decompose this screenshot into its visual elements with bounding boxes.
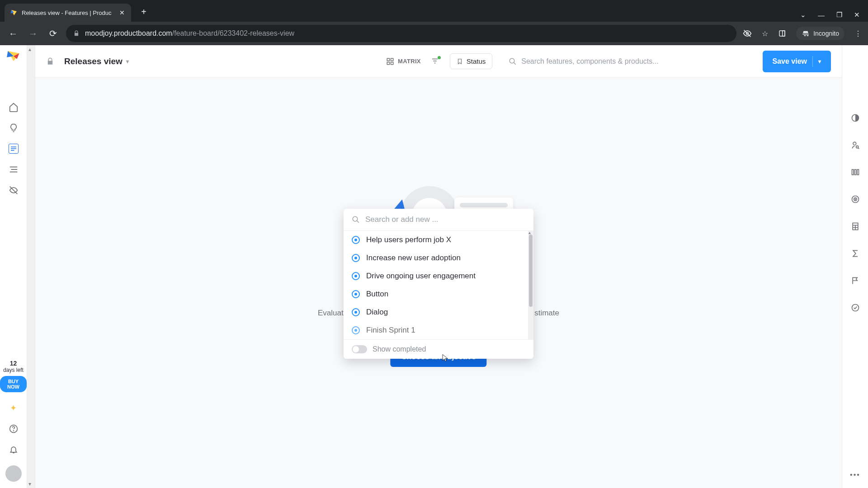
search-placeholder: Search features, components & products..… xyxy=(521,57,658,66)
window-minimize-icon[interactable]: — xyxy=(818,11,825,19)
show-completed-label: Show completed xyxy=(373,345,426,353)
svg-rect-35 xyxy=(857,169,859,175)
browser-tabstrip: Releases view - Features | Produc ✕ + ⌄ … xyxy=(0,0,868,22)
filter-icon[interactable] xyxy=(431,57,440,66)
objective-option[interactable]: Button xyxy=(344,285,533,303)
features-icon[interactable] xyxy=(9,144,19,154)
home-icon[interactable] xyxy=(9,102,19,112)
svg-rect-18 xyxy=(387,58,389,61)
popover-search-input[interactable] xyxy=(365,215,525,224)
flag-icon[interactable] xyxy=(850,276,860,286)
address-bar[interactable]: moodjoy.productboard.com/feature-board/6… xyxy=(66,25,736,42)
portal-icon[interactable] xyxy=(9,185,19,195)
search-icon xyxy=(509,57,517,66)
svg-point-25 xyxy=(510,58,515,63)
roadmap-icon[interactable] xyxy=(9,164,19,174)
show-completed-toggle[interactable] xyxy=(352,345,367,353)
svg-rect-33 xyxy=(852,169,853,175)
scrollbar[interactable]: ▴ ▾ xyxy=(27,45,35,488)
bookmark-icon xyxy=(457,58,463,65)
left-rail: 12 days left BUY NOW ✦ xyxy=(0,45,27,488)
tab-favicon-icon xyxy=(10,9,18,17)
segments-icon[interactable] xyxy=(850,167,860,177)
svg-line-26 xyxy=(514,62,516,65)
popover-footer: Show completed xyxy=(344,339,533,359)
tab-search-icon[interactable]: ⌄ xyxy=(800,11,806,19)
bell-icon[interactable] xyxy=(9,445,19,455)
scroll-up-icon[interactable]: ▴ xyxy=(28,46,31,52)
target-icon[interactable] xyxy=(850,194,860,204)
scroll-down-icon[interactable]: ▾ xyxy=(28,481,31,487)
avatar[interactable] xyxy=(5,465,22,482)
back-button[interactable]: ← xyxy=(6,28,20,39)
svg-point-38 xyxy=(855,199,856,200)
new-tab-button[interactable]: + xyxy=(137,7,150,17)
objective-option[interactable]: Increase new user adoption xyxy=(344,249,533,267)
bookmark-star-icon[interactable]: ☆ xyxy=(762,29,768,38)
calculator-icon[interactable] xyxy=(850,221,860,231)
popover-list: Help users perform job X Increase new us… xyxy=(344,231,533,339)
svg-line-32 xyxy=(858,148,859,149)
search-icon xyxy=(352,216,360,224)
search-input[interactable]: Search features, components & products..… xyxy=(502,54,752,69)
right-rail: ••• xyxy=(842,45,868,488)
save-view-button[interactable]: Save view ▾ xyxy=(763,51,831,72)
sigma-icon[interactable] xyxy=(850,249,860,258)
matrix-toggle[interactable]: MATRIX xyxy=(386,57,421,66)
view-lock-icon xyxy=(46,57,54,66)
window-close-icon[interactable]: ✕ xyxy=(854,11,860,19)
browser-toolbar: ← → ⟳ moodjoy.productboard.com/feature-b… xyxy=(0,22,868,45)
app-logo-icon[interactable] xyxy=(7,49,20,62)
url-text: moodjoy.productboard.com/feature-board/6… xyxy=(85,29,294,38)
eye-off-icon[interactable] xyxy=(743,29,752,38)
reload-button[interactable]: ⟳ xyxy=(46,28,60,39)
tab-title: Releases view - Features | Produc xyxy=(22,9,116,16)
objective-option[interactable]: Help users perform job X xyxy=(344,231,533,249)
svg-line-28 xyxy=(357,221,359,223)
svg-point-17 xyxy=(13,431,14,431)
topbar: Releases view ▾ MATRIX Status Search fea… xyxy=(35,45,842,78)
user-search-icon[interactable] xyxy=(850,140,860,150)
chevron-down-icon: ▾ xyxy=(126,58,129,65)
radio-icon xyxy=(352,272,360,280)
sparkle-icon[interactable]: ✦ xyxy=(10,403,17,413)
buy-now-button[interactable]: BUY NOW xyxy=(0,376,27,392)
radio-icon xyxy=(352,308,360,316)
lock-icon xyxy=(73,30,80,37)
svg-rect-21 xyxy=(391,62,393,64)
chevron-down-icon[interactable]: ▾ xyxy=(818,58,821,65)
trial-counter: 12 days left BUY NOW xyxy=(0,360,27,392)
more-icon[interactable]: ••• xyxy=(850,471,860,479)
canvas: Evaluat ▾stimate Choose an objective Hel… xyxy=(35,78,842,488)
svg-point-30 xyxy=(853,142,856,145)
objective-option[interactable]: Drive ongoing user engagement xyxy=(344,267,533,285)
radio-icon xyxy=(352,236,360,244)
svg-point-43 xyxy=(852,305,859,311)
svg-rect-5 xyxy=(783,31,785,36)
incognito-indicator[interactable]: Incognito xyxy=(796,27,844,40)
objective-picker-popover: Help users perform job X Increase new us… xyxy=(344,209,533,359)
radio-icon xyxy=(352,290,360,298)
svg-point-27 xyxy=(353,216,358,221)
status-filter-button[interactable]: Status xyxy=(450,53,493,69)
popover-scrollbar[interactable]: ▴ xyxy=(528,231,533,339)
popover-search-row xyxy=(344,209,533,231)
half-circle-icon[interactable] xyxy=(850,113,860,123)
lightbulb-icon[interactable] xyxy=(9,123,19,133)
incognito-label: Incognito xyxy=(813,30,839,37)
help-icon[interactable] xyxy=(9,424,19,434)
svg-rect-19 xyxy=(391,58,393,61)
tab-close-icon[interactable]: ✕ xyxy=(119,9,125,16)
check-circle-icon[interactable] xyxy=(850,303,860,313)
incognito-icon xyxy=(802,29,810,38)
window-maximize-icon[interactable]: ❐ xyxy=(836,11,842,19)
objective-option[interactable]: Finish Sprint 1 xyxy=(344,321,533,339)
objective-option[interactable]: Dialog xyxy=(344,303,533,321)
browser-menu-icon[interactable]: ⋮ xyxy=(854,29,862,38)
forward-button[interactable]: → xyxy=(26,28,40,39)
svg-rect-34 xyxy=(854,169,856,175)
radio-icon xyxy=(352,254,360,262)
view-title[interactable]: Releases view ▾ xyxy=(64,56,129,66)
browser-tab[interactable]: Releases view - Features | Produc ✕ xyxy=(5,4,131,22)
reading-list-icon[interactable] xyxy=(778,29,786,38)
